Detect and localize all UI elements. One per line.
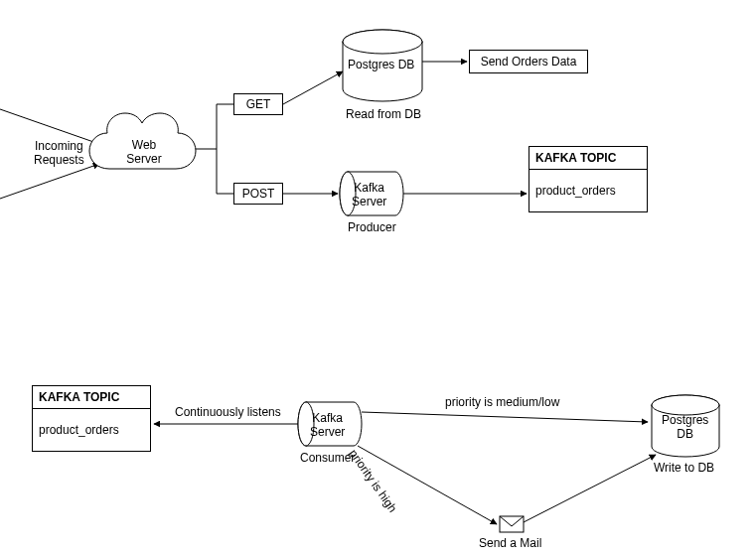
- incoming-requests-label: Incoming Requests: [34, 139, 84, 167]
- svg-line-1: [0, 164, 99, 199]
- svg-point-8: [343, 30, 422, 54]
- write-to-db-caption: Write to DB: [654, 461, 714, 475]
- kafka-topic-top: KAFKA TOPIC product_orders: [529, 146, 648, 212]
- kafka-topic-bottom-body: product_orders: [33, 409, 150, 451]
- svg-point-21: [652, 395, 719, 415]
- kafka-topic-top-body: product_orders: [529, 170, 647, 211]
- kafka-server-top-label: Kafka Server: [352, 181, 386, 208]
- svg-line-17: [362, 412, 648, 422]
- svg-point-7: [343, 30, 422, 54]
- svg-line-6: [283, 71, 343, 104]
- read-from-db-caption: Read from DB: [346, 107, 421, 121]
- postgres-db-bottom-label: Postgres DB: [662, 413, 708, 441]
- priority-high-label: priority is high: [347, 447, 400, 515]
- web-server: Web Server: [104, 134, 184, 169]
- producer-caption: Producer: [348, 220, 396, 234]
- send-orders-box: Send Orders Data: [469, 50, 588, 73]
- svg-point-22: [652, 395, 719, 415]
- continuously-listens-label: Continuously listens: [175, 405, 281, 419]
- svg-line-20: [524, 455, 656, 522]
- kafka-server-bottom-label: Kafka Server: [310, 411, 345, 439]
- post-box: POST: [233, 183, 283, 205]
- postgres-db-top-label: Postgres DB: [348, 58, 414, 71]
- kafka-topic-bottom-title: KAFKA TOPIC: [33, 386, 150, 409]
- kafka-topic-top-title: KAFKA TOPIC: [529, 147, 647, 170]
- kafka-topic-bottom: KAFKA TOPIC product_orders: [32, 385, 151, 452]
- get-box: GET: [233, 93, 283, 115]
- priority-medium-low-label: priority is medium/low: [445, 395, 559, 409]
- send-mail-caption: Send a Mail: [479, 536, 541, 550]
- svg-rect-19: [500, 516, 524, 532]
- mail-icon: [500, 516, 524, 532]
